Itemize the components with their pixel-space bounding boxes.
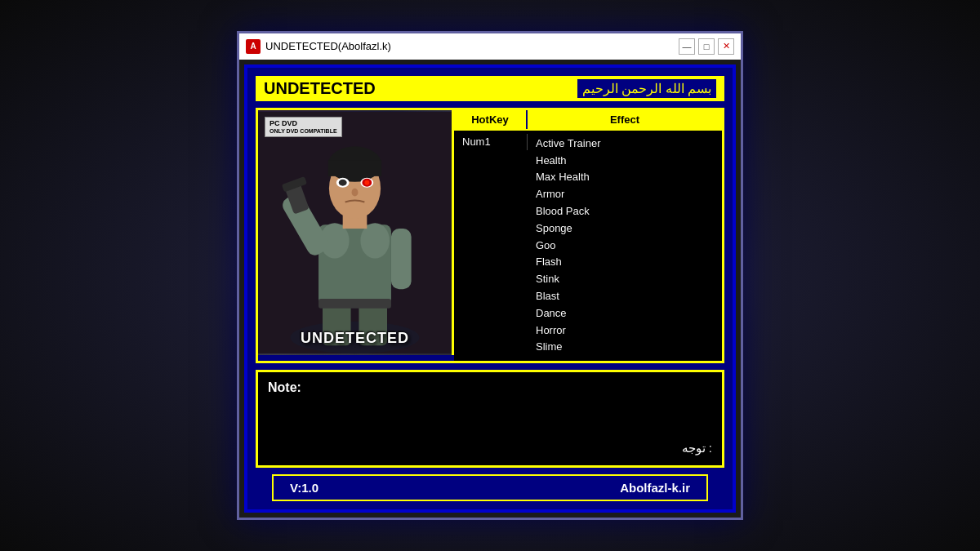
- effect-item: Blast: [536, 288, 714, 305]
- hotkey-key-num1: Num1: [454, 134, 528, 150]
- window-title: UNDETECTED(Abolfazl.k): [265, 40, 391, 52]
- game-name-overlay: UNDETECTED: [301, 330, 409, 347]
- note-arabic: : توجه: [682, 441, 712, 455]
- hotkey-header: HotKey Effect: [454, 110, 722, 131]
- character-svg: [258, 110, 452, 355]
- maximize-button[interactable]: □: [698, 38, 715, 55]
- pc-badge: PC DVD ONLY DVD COMPATIBLE: [265, 117, 342, 137]
- effect-item: Goo: [536, 238, 714, 255]
- game-title: UNDETECTED: [264, 79, 376, 98]
- effect-item: Sponge: [536, 220, 714, 238]
- title-bar: A UNDETECTED(Abolfazl.k) — □ ✕: [239, 33, 741, 60]
- effect-item: Active Trainer: [536, 136, 714, 153]
- version-text: V:1.0: [290, 481, 318, 495]
- main-window: A UNDETECTED(Abolfazl.k) — □ ✕ UNDETECTE…: [237, 31, 743, 520]
- svg-rect-21: [318, 299, 391, 309]
- svg-point-14: [352, 189, 359, 197]
- effect-item: Stink: [536, 271, 714, 288]
- title-bar-left: A UNDETECTED(Abolfazl.k): [246, 39, 391, 54]
- hotkey-effects-list: Active TrainerHealthMax HealthArmorBlood…: [528, 134, 722, 358]
- main-content: UNDETECTED بسم الله الرحمن الرحيم: [244, 64, 736, 513]
- effect-item: Health: [536, 153, 714, 170]
- hotkey-row-num1: Num1 Active TrainerHealthMax HealthArmor…: [454, 131, 722, 361]
- version-bar: V:1.0 Abolfazl-k.ir: [272, 474, 708, 501]
- svg-rect-8: [328, 160, 381, 176]
- top-bar: UNDETECTED بسم الله الرحمن الرحيم: [256, 76, 724, 101]
- hotkey-col-header: HotKey: [454, 110, 528, 129]
- hotkey-table: HotKey Effect Num1 Active TrainerHealthM…: [454, 110, 722, 361]
- effect-item: Armor: [536, 186, 714, 203]
- effect-item: Blood Pack: [536, 203, 714, 220]
- effect-item: Max Health: [536, 169, 714, 186]
- window-controls: — □ ✕: [679, 38, 734, 55]
- effect-item: Dance: [536, 305, 714, 322]
- note-label: Note:: [268, 380, 712, 395]
- svg-point-12: [364, 180, 369, 185]
- effect-item: Flash: [536, 254, 714, 271]
- effect-item: Slime: [536, 339, 714, 356]
- close-button[interactable]: ✕: [718, 38, 734, 55]
- game-image: PC DVD ONLY DVD COMPATIBLE UNDETECTED: [258, 110, 454, 355]
- minimize-button[interactable]: —: [679, 38, 695, 55]
- note-section: Note: : توجه: [256, 370, 724, 468]
- website-text: Abolfazl-k.ir: [620, 481, 690, 495]
- effect-item: Horror: [536, 322, 714, 340]
- app-icon: A: [246, 39, 261, 54]
- svg-point-13: [339, 180, 347, 186]
- effect-col-header: Effect: [528, 110, 722, 129]
- arabic-bismillah: بسم الله الرحمن الرحيم: [577, 79, 716, 98]
- middle-section: PC DVD ONLY DVD COMPATIBLE UNDETECTED Ho…: [256, 108, 724, 363]
- svg-rect-16: [391, 229, 412, 289]
